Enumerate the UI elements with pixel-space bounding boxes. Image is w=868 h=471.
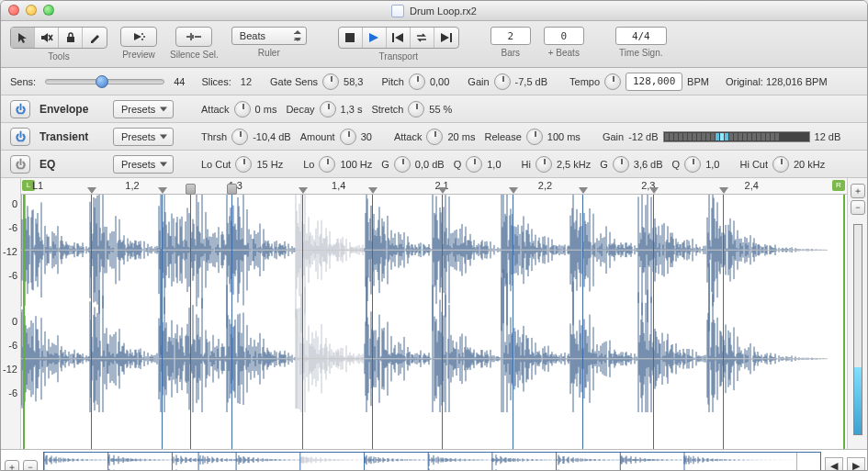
env-decay-knob[interactable] <box>320 101 336 118</box>
tools-segment <box>10 27 107 49</box>
svg-point-5 <box>141 39 143 40</box>
transient-presets-dropdown[interactable]: Presets <box>113 128 174 146</box>
eq-presets-dropdown[interactable]: Presets <box>113 155 174 174</box>
loop-button[interactable] <box>411 28 434 48</box>
pencil-tool[interactable] <box>83 28 107 48</box>
titlebar[interactable]: Drum Loop.rx2 <box>1 1 867 21</box>
eq-hicut-value: 20 kHz <box>794 159 825 170</box>
forward-button[interactable] <box>434 28 458 48</box>
eq-g2-label: G <box>600 159 608 170</box>
gain-knob[interactable] <box>494 73 511 90</box>
vzoom-out-button[interactable]: － <box>851 200 865 215</box>
overview-prev-button[interactable]: ◀ <box>825 457 843 471</box>
pitch-knob[interactable] <box>409 73 425 90</box>
timesig-field[interactable]: 4/4 <box>615 27 667 45</box>
slice-marker[interactable] <box>231 195 232 449</box>
gain-meter <box>663 131 810 142</box>
zoom-icon[interactable] <box>43 5 54 16</box>
slice-marker[interactable] <box>653 195 654 449</box>
overview-waveform[interactable] <box>43 452 821 471</box>
tr-attack-label: Attack <box>394 131 423 142</box>
transient-power-button[interactable]: ⏻ <box>10 128 30 146</box>
eq-g1-knob[interactable] <box>394 156 411 173</box>
eq-hicut-knob[interactable] <box>772 156 789 173</box>
hzoom-out-button[interactable]: － <box>23 460 38 472</box>
transport-label: Transport <box>379 51 418 62</box>
preview-label: Preview <box>122 50 155 60</box>
ruler-tick: 1,4 <box>332 180 345 191</box>
eq-q1-label: Q <box>454 159 462 170</box>
beats-field[interactable]: 0 <box>544 27 584 45</box>
eq-q1-knob[interactable] <box>466 156 482 173</box>
slice-marker[interactable] <box>302 195 303 449</box>
waveform-canvas[interactable] <box>21 195 828 412</box>
env-decay-value: 1,3 s <box>341 104 363 115</box>
ruler-tick: 2,4 <box>745 180 759 191</box>
slice-marker[interactable] <box>190 195 191 449</box>
tr-thrsh-knob[interactable] <box>231 129 248 145</box>
minimize-icon[interactable] <box>26 5 37 16</box>
overview-bar: ＋ － ◀ ▶ <box>1 449 867 471</box>
app-window: Drum Loop.rx2 Tools Preview Silence Sel.… <box>0 0 868 471</box>
rewind-button[interactable] <box>387 28 411 48</box>
level-meter <box>853 224 862 435</box>
tr-release-knob[interactable] <box>526 129 543 145</box>
slice-marker[interactable] <box>723 195 724 449</box>
eq-g2-value: 3,6 dB <box>634 159 663 170</box>
ruler-tick: 2,2 <box>538 180 552 191</box>
sens-slider[interactable] <box>45 79 164 84</box>
eq-lo-knob[interactable] <box>319 156 335 173</box>
tr-gain-right: 12 dB <box>815 131 841 142</box>
close-icon[interactable] <box>8 5 19 16</box>
ruler-tick: L1 <box>32 180 43 191</box>
eq-hi-label: Hi <box>522 159 531 170</box>
stop-button[interactable] <box>339 28 363 48</box>
tempo-field[interactable]: 128,000 <box>626 73 682 91</box>
slice-marker[interactable] <box>372 195 373 449</box>
loop-start-line[interactable] <box>23 195 25 449</box>
eq-g2-knob[interactable] <box>613 156 629 173</box>
env-attack-knob[interactable] <box>234 101 251 118</box>
preview-button[interactable] <box>120 27 157 47</box>
tr-release-value: 100 ms <box>547 131 581 142</box>
tr-attack-value: 20 ms <box>447 131 475 142</box>
timesig-label: Time Sign. <box>619 48 662 58</box>
eq-g1-value: 0,0 dB <box>415 159 445 170</box>
gatesens-knob[interactable] <box>322 73 339 90</box>
envelope-presets-dropdown[interactable]: Presets <box>113 100 174 118</box>
sensitivity-row: Sens: 44 Slices: 12 Gate Sens58,3 Pitch0… <box>1 68 867 95</box>
tr-thrsh-value: -10,4 dB <box>253 131 291 142</box>
overview-next-button[interactable]: ▶ <box>847 457 865 471</box>
ruler-dropdown[interactable]: Beats <box>231 27 307 45</box>
hzoom-in-button[interactable]: ＋ <box>5 460 19 472</box>
mute-tool[interactable] <box>35 28 59 48</box>
slice-marker[interactable] <box>162 195 163 449</box>
lock-tool[interactable] <box>59 28 83 48</box>
waveform-plot[interactable]: L L1 1,2 1,3 1,4 2,1 2,2 2,3 2,4 R <box>21 178 847 449</box>
play-button[interactable] <box>363 28 387 48</box>
loop-end-line[interactable] <box>843 195 845 449</box>
arrow-tool[interactable] <box>11 28 35 48</box>
vzoom-in-button[interactable]: ＋ <box>851 184 865 198</box>
bars-field[interactable]: 2 <box>490 27 531 45</box>
main-toolbar: Tools Preview Silence Sel. Beats Ruler T… <box>1 21 867 68</box>
loop-right-marker[interactable]: R <box>832 180 845 191</box>
tempo-knob[interactable] <box>604 73 621 90</box>
eq-q2-knob[interactable] <box>684 156 701 173</box>
eq-locut-knob[interactable] <box>235 156 252 173</box>
gatesens-value: 58,3 <box>344 76 363 87</box>
eq-hi-knob[interactable] <box>535 156 552 173</box>
vertical-zoom-panel: ＋ － <box>847 178 867 449</box>
slice-marker[interactable] <box>91 195 92 449</box>
env-stretch-knob[interactable] <box>408 101 424 118</box>
envelope-power-button[interactable]: ⏻ <box>10 100 30 118</box>
slice-marker[interactable] <box>513 195 513 449</box>
slice-marker[interactable] <box>582 195 583 449</box>
silence-button[interactable] <box>175 27 212 47</box>
window-title: Drum Loop.rx2 <box>391 5 477 17</box>
svg-rect-8 <box>450 33 452 42</box>
tr-amount-knob[interactable] <box>340 129 356 145</box>
slice-marker[interactable] <box>442 195 443 449</box>
eq-power-button[interactable]: ⏻ <box>10 155 30 174</box>
tr-attack-knob[interactable] <box>426 129 443 145</box>
